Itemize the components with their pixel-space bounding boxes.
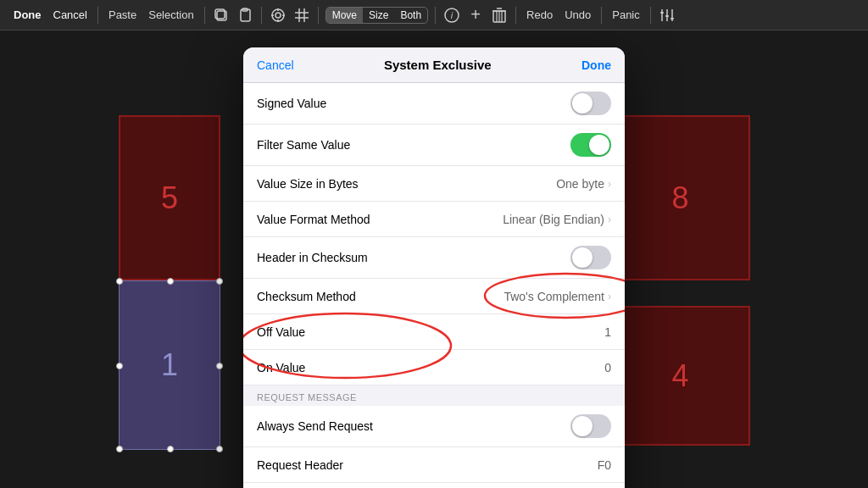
selection-button[interactable]: Selection — [145, 7, 197, 23]
done-button[interactable]: Done — [10, 7, 45, 23]
target-icon[interactable] — [269, 6, 287, 25]
move-button[interactable]: Move — [326, 8, 363, 23]
info-icon[interactable]: i — [442, 6, 461, 25]
divider-6 — [515, 7, 516, 24]
toolbar: Done Cancel Paste Selection — [0, 0, 868, 30]
copy-icon[interactable] — [212, 6, 231, 25]
paste-icon[interactable] — [236, 6, 254, 25]
add-icon[interactable]: + — [466, 6, 485, 25]
offon-container: Off Value 1 On Value 0 — [243, 314, 625, 385]
checksum-method-text: Two's Complement — [504, 290, 604, 303]
divider-1 — [97, 7, 98, 24]
request-section-header: Request Message — [243, 385, 625, 406]
undo-button[interactable]: Undo — [561, 7, 594, 23]
always-send-label: Always Send Request — [257, 419, 373, 433]
divider-7 — [601, 7, 602, 24]
header-checksum-toggle[interactable] — [570, 246, 611, 269]
mixer-icon[interactable] — [658, 6, 676, 25]
main-settings-section: Signed Value Filter Same Value Value Siz… — [243, 83, 625, 385]
header-checksum-row: Header in Checksum — [243, 237, 625, 279]
value-size-chevron: › — [608, 178, 611, 190]
value-format-row[interactable]: Value Format Method Linear (Big Endian) … — [243, 202, 625, 237]
always-send-toggle[interactable] — [570, 414, 611, 438]
signed-value-row: Signed Value — [243, 83, 625, 125]
modal-done-button[interactable]: Done — [581, 58, 611, 72]
system-exclusive-modal: Cancel System Exclusive Done Signed Valu… — [243, 47, 625, 488]
request-section: Always Send Request Request Header F0 Re… — [243, 406, 625, 488]
modal-header: Cancel System Exclusive Done — [243, 47, 625, 83]
value-size-value: One byte › — [556, 177, 611, 191]
divider-8 — [650, 7, 651, 24]
header-checksum-knob — [572, 247, 593, 268]
paste-button[interactable]: Paste — [105, 7, 140, 23]
request-header-row: Request Header F0 — [243, 447, 625, 483]
divider-5 — [435, 7, 436, 24]
svg-rect-25 — [660, 12, 664, 14]
trash-icon[interactable] — [490, 6, 509, 25]
modal-overlay: Cancel System Exclusive Done Signed Valu… — [0, 30, 868, 488]
divider-3 — [261, 7, 262, 24]
request-header-value: F0 — [598, 458, 611, 472]
checksum-method-row[interactable]: Checksum Method Two's Complement › — [243, 279, 625, 314]
filter-same-value-label: Filter Same Value — [257, 138, 350, 152]
always-send-request-row: Always Send Request — [243, 406, 625, 447]
divider-2 — [204, 7, 205, 24]
off-value-row[interactable]: Off Value 1 — [243, 314, 625, 350]
grid-icon[interactable] — [292, 6, 311, 25]
signed-value-label: Signed Value — [257, 97, 326, 110]
move-size-group: Move Size Both — [326, 7, 428, 24]
request-header-label: Request Header — [257, 458, 343, 472]
request-message-row: Request Message — [243, 483, 625, 488]
svg-point-5 — [275, 13, 281, 18]
canvas: 5 8 4 1 Cancel System Exclusive Done — [0, 30, 868, 488]
filter-same-value-row: Filter Same Value — [243, 125, 625, 166]
on-value-row[interactable]: On Value 0 — [243, 350, 625, 385]
svg-text:i: i — [451, 10, 453, 20]
signed-value-toggle[interactable] — [570, 92, 611, 115]
divider-4 — [318, 7, 319, 24]
panic-button[interactable]: Panic — [609, 7, 643, 23]
on-value-label: On Value — [257, 361, 305, 374]
svg-rect-27 — [670, 18, 674, 19]
filter-same-value-toggle[interactable] — [570, 133, 611, 157]
header-checksum-label: Header in Checksum — [257, 251, 368, 264]
value-format-value: Linear (Big Endian) › — [503, 213, 611, 226]
value-size-text: One byte — [556, 177, 604, 191]
redo-button[interactable]: Redo — [523, 7, 556, 23]
cancel-button[interactable]: Cancel — [50, 7, 91, 23]
value-format-label: Value Format Method — [257, 213, 370, 226]
off-value-label: Off Value — [257, 325, 305, 339]
value-size-label: Value Size in Bytes — [257, 177, 359, 191]
value-format-text: Linear (Big Endian) — [503, 213, 604, 226]
both-button[interactable]: Both — [394, 8, 427, 23]
value-format-chevron: › — [608, 214, 611, 225]
checksum-method-label: Checksum Method — [257, 290, 356, 303]
modal-title: System Exclusive — [384, 58, 492, 72]
signed-value-knob — [572, 93, 593, 114]
svg-rect-26 — [665, 15, 669, 17]
checksum-method-value: Two's Complement › — [504, 290, 611, 303]
always-send-knob — [572, 416, 593, 436]
svg-point-4 — [272, 9, 284, 21]
value-size-row[interactable]: Value Size in Bytes One byte › — [243, 166, 625, 202]
off-value-text: 1 — [604, 325, 611, 339]
on-value-text: 0 — [604, 361, 611, 374]
filter-same-value-knob — [589, 135, 609, 155]
modal-cancel-button[interactable]: Cancel — [257, 58, 294, 72]
size-button[interactable]: Size — [363, 8, 394, 23]
checksum-method-chevron: › — [608, 291, 611, 302]
